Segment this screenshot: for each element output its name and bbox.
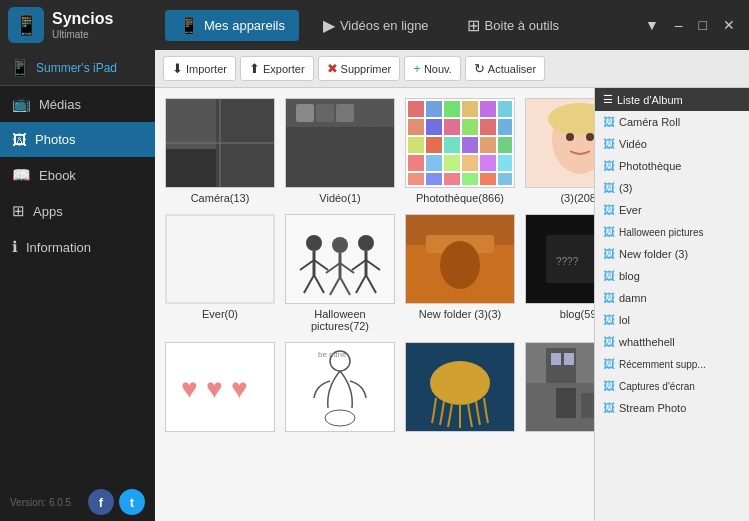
svg-text:♥: ♥ xyxy=(181,373,198,404)
photo-label-video: Vidéo(1) xyxy=(319,192,360,204)
sidebar-item-ebook[interactable]: 📖 Ebook xyxy=(0,157,155,193)
album-label-stream: Stream Photo xyxy=(619,402,686,414)
photo-thumb-ever xyxy=(165,214,275,304)
svg-rect-40 xyxy=(462,173,478,185)
album-icon-camera-roll: 🖼 xyxy=(603,115,615,129)
photo-item-room[interactable] xyxy=(525,342,594,436)
svg-rect-91 xyxy=(556,388,576,418)
new-label: Nouv. xyxy=(424,63,452,75)
devices-icon: 📱 xyxy=(179,16,199,35)
newfolder-preview-svg xyxy=(406,215,514,303)
delete-label: Supprimer xyxy=(341,63,392,75)
album-item-new-folder[interactable]: 🖼 New folder (3) xyxy=(595,243,749,265)
sidebar: 📱 Summer's iPad 📺 Médias 🖼 Photos 📖 Eboo… xyxy=(0,50,155,521)
svg-rect-36 xyxy=(498,155,512,171)
album-icon-lol: 🖼 xyxy=(603,313,615,327)
svg-rect-26 xyxy=(426,137,442,153)
album-item-whatthehell[interactable]: 🖼 whatthehell xyxy=(595,331,749,353)
photos-toolbar: ⬇ Importer ⬆ Exporter ✖ Supprimer + Nouv… xyxy=(155,50,749,88)
album-item-stream[interactable]: 🖼 Stream Photo xyxy=(595,397,749,419)
svg-rect-35 xyxy=(480,155,496,171)
minimize-button[interactable]: – xyxy=(671,15,687,35)
album-label-whatthehell: whatthehell xyxy=(619,336,675,348)
album-item-blog[interactable]: 🖼 blog xyxy=(595,265,749,287)
svg-point-56 xyxy=(332,237,348,253)
sidebar-item-photos[interactable]: 🖼 Photos xyxy=(0,122,155,157)
maximize-button[interactable]: □ xyxy=(695,15,711,35)
hearts-preview-svg: ♥ ♥ ♥ xyxy=(166,343,274,431)
tools-icon: ⊞ xyxy=(467,16,480,35)
album-item-phototheque[interactable]: 🖼 Photothèque xyxy=(595,155,749,177)
nav-video-label: Vidéos en ligne xyxy=(340,18,429,33)
facebook-button[interactable]: f xyxy=(88,489,114,515)
photo-item-ever[interactable]: Ever(0) xyxy=(165,214,275,332)
svg-point-46 xyxy=(566,133,574,141)
nav-mes-appareils[interactable]: 📱 Mes appareils xyxy=(165,10,299,41)
svg-rect-38 xyxy=(426,173,442,185)
photo-item-video[interactable]: Vidéo(1) xyxy=(285,98,395,204)
svg-rect-20 xyxy=(426,119,442,135)
album-item-3[interactable]: 🖼 (3) xyxy=(595,177,749,199)
album-item-recemment[interactable]: 🖼 Récemment supp... xyxy=(595,353,749,375)
svg-rect-16 xyxy=(462,101,478,117)
new-button[interactable]: + Nouv. xyxy=(404,56,461,81)
album-item-camera-roll[interactable]: 🖼 Caméra Roll xyxy=(595,111,749,133)
photo-item-phototeque[interactable]: Photothèque(866) xyxy=(405,98,515,204)
app-title: Syncios Ultimate xyxy=(52,9,113,40)
sidebar-item-apps[interactable]: ⊞ Apps xyxy=(0,193,155,229)
svg-point-71 xyxy=(440,241,480,289)
album-item-ever[interactable]: 🖼 Ever xyxy=(595,199,749,221)
album-item-captures[interactable]: 🖼 Captures d'écran xyxy=(595,375,749,397)
svg-text:????: ???? xyxy=(556,256,579,267)
svg-text:♥: ♥ xyxy=(231,373,248,404)
photo-item-lol[interactable]: ♥ ♥ ♥ xyxy=(165,342,275,436)
svg-text:be mine: be mine xyxy=(318,350,347,359)
sidebar-item-media[interactable]: 📺 Médias xyxy=(0,86,155,122)
photo-item-drawing[interactable]: be mine xyxy=(285,342,395,436)
twitter-button[interactable]: t xyxy=(119,489,145,515)
close-button[interactable]: ✕ xyxy=(719,15,739,35)
album-item-lol[interactable]: 🖼 lol xyxy=(595,309,749,331)
photo-thumb-three xyxy=(525,98,594,188)
export-button[interactable]: ⬆ Exporter xyxy=(240,56,314,81)
svg-rect-17 xyxy=(480,101,496,117)
svg-rect-92 xyxy=(581,393,594,418)
album-item-damn[interactable]: 🖼 damn xyxy=(595,287,749,309)
svg-rect-89 xyxy=(564,353,574,365)
wifi-icon: ▼ xyxy=(641,15,663,35)
svg-rect-29 xyxy=(480,137,496,153)
svg-rect-27 xyxy=(444,137,460,153)
album-label-halloween: Halloween pictures xyxy=(619,227,704,238)
photo-thumb-video xyxy=(285,98,395,188)
photo-item-newfolder[interactable]: New folder (3)(3) xyxy=(405,214,515,332)
svg-rect-48 xyxy=(167,215,273,303)
halloween-preview-svg xyxy=(286,215,394,303)
apps-icon: ⊞ xyxy=(12,202,25,220)
svg-point-50 xyxy=(306,235,322,251)
nav-videos-en-ligne[interactable]: ▶ Vidéos en ligne xyxy=(309,10,443,41)
nav-boite-outils[interactable]: ⊞ Boite à outils xyxy=(453,10,573,41)
delete-button[interactable]: ✖ Supprimer xyxy=(318,56,401,81)
photo-item-halloween[interactable]: Halloween pictures(72) xyxy=(285,214,395,332)
album-item-halloween[interactable]: 🖼 Halloween pictures xyxy=(595,221,749,243)
export-label: Exporter xyxy=(263,63,305,75)
import-button[interactable]: ⬇ Importer xyxy=(163,56,236,81)
photo-item-camera[interactable]: Caméra(13) xyxy=(165,98,275,204)
device-header[interactable]: 📱 Summer's iPad xyxy=(0,50,155,86)
svg-rect-10 xyxy=(356,104,374,122)
svg-rect-31 xyxy=(408,155,424,171)
jellyfish-preview-svg xyxy=(406,343,514,431)
svg-rect-34 xyxy=(462,155,478,171)
sidebar-item-information[interactable]: ℹ Information xyxy=(0,229,155,265)
photo-item-jellyfish[interactable] xyxy=(405,342,515,436)
album-icon-whatthehell: 🖼 xyxy=(603,335,615,349)
sidebar-info-label: Information xyxy=(26,240,91,255)
photo-thumb-lol: ♥ ♥ ♥ xyxy=(165,342,275,432)
refresh-button[interactable]: ↻ Actualiser xyxy=(465,56,545,81)
photo-label-three: (3)(208) xyxy=(560,192,594,204)
photo-item-three[interactable]: (3)(208) xyxy=(525,98,594,204)
album-icon-stream: 🖼 xyxy=(603,401,615,415)
photo-item-blog[interactable]: ???? blog(59) xyxy=(525,214,594,332)
album-item-video[interactable]: 🖼 Vidéo xyxy=(595,133,749,155)
svg-rect-21 xyxy=(444,119,460,135)
